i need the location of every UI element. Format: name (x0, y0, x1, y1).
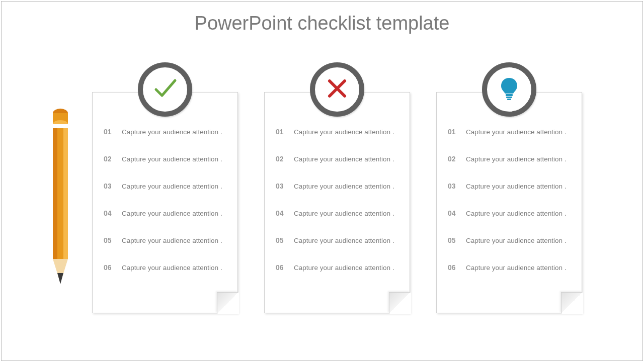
item-text: Capture your audience attention . (294, 264, 394, 272)
list-item: 06Capture your audience attention . (448, 263, 571, 272)
svg-rect-3 (53, 124, 68, 128)
item-num: 04 (104, 209, 116, 217)
item-text: Capture your audience attention . (122, 155, 222, 163)
list-item: 01Capture your audience attention . (448, 128, 571, 136)
item-num: 01 (276, 128, 288, 136)
svg-marker-8 (57, 273, 63, 284)
list-item: 05Capture your audience attention . (276, 236, 398, 244)
item-text: Capture your audience attention . (122, 264, 222, 272)
item-num: 02 (448, 155, 460, 163)
item-num: 02 (276, 155, 288, 163)
list-item: 06Capture your audience attention . (276, 263, 398, 272)
list-cross: 01Capture your audience attention . 02Ca… (265, 93, 410, 272)
list-item: 05Capture your audience attention . (448, 236, 571, 244)
item-text: Capture your audience attention . (294, 237, 394, 244)
list-item: 01Capture your audience attention . (276, 128, 398, 136)
badge-bulb (482, 62, 536, 117)
badge-check (138, 62, 192, 117)
slide-title: PowerPoint checklist template (2, 2, 642, 34)
item-text: Capture your audience attention . (466, 237, 567, 244)
svg-rect-5 (53, 128, 57, 259)
cards-row: 01Capture your audience attention . 02Ca… (92, 92, 582, 313)
list-item: 03Capture your audience attention . (104, 182, 226, 190)
list-item: 02Capture your audience attention . (448, 155, 571, 163)
card-cross: 01Capture your audience attention . 02Ca… (264, 92, 410, 313)
item-num: 06 (104, 263, 116, 272)
list-item: 05Capture your audience attention . (104, 236, 226, 244)
item-text: Capture your audience attention . (466, 210, 567, 217)
page-fold (561, 292, 582, 313)
list-item: 02Capture your audience attention . (104, 155, 226, 163)
item-text: Capture your audience attention . (466, 183, 567, 190)
item-num: 03 (448, 182, 460, 190)
item-text: Capture your audience attention . (466, 155, 567, 163)
list-bulb: 01Capture your audience attention . 02Ca… (437, 93, 582, 272)
item-num: 03 (276, 182, 288, 190)
item-num: 03 (104, 182, 116, 190)
list-item: 06Capture your audience attention . (104, 263, 226, 272)
check-icon (152, 75, 178, 104)
item-num: 06 (276, 263, 288, 272)
bulb-icon (499, 76, 519, 103)
item-num: 06 (448, 263, 460, 272)
page-fold (217, 292, 238, 313)
page-fold (389, 292, 410, 313)
list-item: 04Capture your audience attention . (448, 209, 571, 217)
item-text: Capture your audience attention . (294, 210, 394, 217)
item-num: 02 (104, 155, 116, 163)
card-check: 01Capture your audience attention . 02Ca… (92, 92, 238, 313)
item-num: 01 (104, 128, 116, 136)
list-item: 04Capture your audience attention . (104, 209, 226, 217)
item-num: 04 (276, 209, 288, 217)
item-text: Capture your audience attention . (122, 210, 222, 217)
list-check: 01Capture your audience attention . 02Ca… (93, 93, 237, 272)
item-text: Capture your audience attention . (294, 183, 394, 190)
svg-rect-11 (507, 99, 511, 100)
svg-rect-6 (63, 128, 68, 259)
item-text: Capture your audience attention . (294, 128, 394, 136)
item-num: 05 (104, 236, 116, 244)
item-num: 01 (448, 128, 460, 136)
list-item: 03Capture your audience attention . (448, 182, 571, 190)
pencil-graphic (52, 107, 69, 298)
item-num: 05 (448, 236, 460, 244)
item-num: 05 (276, 236, 288, 244)
list-item: 02Capture your audience attention . (276, 155, 398, 163)
item-text: Capture your audience attention . (466, 264, 567, 272)
item-num: 04 (448, 209, 460, 217)
cross-icon (326, 77, 349, 102)
list-item: 03Capture your audience attention . (276, 182, 398, 190)
list-item: 01Capture your audience attention . (104, 128, 226, 136)
svg-rect-9 (506, 94, 513, 96)
item-text: Capture your audience attention . (294, 155, 394, 163)
item-text: Capture your audience attention . (122, 237, 222, 244)
item-text: Capture your audience attention . (122, 128, 222, 136)
badge-cross (310, 62, 364, 117)
list-item: 04Capture your audience attention . (276, 209, 398, 217)
card-bulb: 01Capture your audience attention . 02Ca… (436, 92, 582, 313)
svg-rect-10 (506, 97, 512, 98)
item-text: Capture your audience attention . (466, 128, 567, 136)
slide-frame: PowerPoint checklist template (1, 1, 643, 361)
item-text: Capture your audience attention . (122, 183, 222, 190)
